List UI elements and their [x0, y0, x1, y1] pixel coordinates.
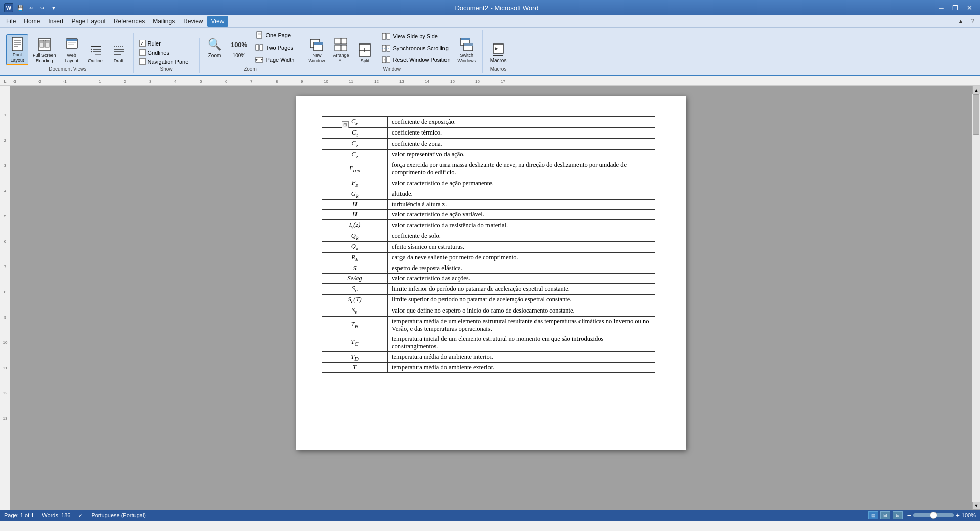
scrollbar-track[interactable]: [972, 94, 980, 502]
zoom-in-button[interactable]: +: [956, 511, 960, 519]
svg-text:10: 10: [3, 340, 8, 345]
split-button[interactable]: Split: [354, 40, 375, 65]
close-button[interactable]: ✕: [963, 3, 976, 13]
scrollbar-thumb[interactable]: [973, 94, 979, 135]
menu-home[interactable]: Home: [20, 16, 44, 27]
desc-cell: valor que define no espetro o início do …: [388, 305, 655, 317]
symbol-cell: T: [322, 363, 388, 373]
menu-view[interactable]: View: [207, 16, 229, 27]
two-pages-label: Two Pages: [266, 45, 293, 51]
draft-button[interactable]: Draft: [108, 40, 129, 65]
svg-text:6: 6: [4, 239, 7, 244]
zoom-slider-thumb[interactable]: [930, 512, 937, 519]
one-page-button[interactable]: One Page: [252, 30, 297, 41]
macros-button[interactable]: ▶ Macros: [487, 40, 509, 65]
menu-review[interactable]: Review: [179, 16, 207, 27]
document-table: Ce coeficiente de exposição. Ct coeficie…: [322, 116, 655, 373]
arrange-all-button[interactable]: ArrangeAll: [330, 35, 352, 65]
svg-text:·3: ·3: [13, 79, 16, 84]
symbol-cell: H: [322, 200, 388, 210]
qa-dropdown-button[interactable]: ▼: [49, 3, 59, 13]
ribbon-collapse-button[interactable]: ▲: [956, 16, 966, 26]
svg-rect-62: [10, 76, 980, 85]
two-pages-button[interactable]: Two Pages: [252, 42, 297, 53]
svg-text:16: 16: [475, 79, 480, 84]
full-screen-reading-button[interactable]: Full ScreenReading: [30, 35, 59, 65]
macros-group: ▶ Macros Macros: [483, 39, 513, 73]
svg-rect-39: [335, 38, 341, 44]
restore-button[interactable]: ❐: [949, 3, 962, 13]
print-layout-button[interactable]: PrintLayout: [6, 34, 28, 65]
scroll-down-button[interactable]: ▼: [972, 502, 980, 510]
table-row: Cz coeficiente de zona.: [322, 139, 655, 150]
desc-cell: valor característico da resistência do m…: [388, 220, 655, 231]
svg-marker-20: [91, 48, 92, 50]
symbol-cell: TD: [322, 351, 388, 363]
zoom-slider[interactable]: [913, 513, 954, 517]
menu-file[interactable]: File: [2, 16, 20, 27]
desc-cell: limite superior do período no patamar de…: [388, 294, 655, 305]
new-window-button[interactable]: NewWindow: [305, 35, 328, 65]
redo-button[interactable]: ↪: [37, 3, 48, 13]
title-bar-controls: ─ ❐ ✕: [934, 3, 976, 13]
zoom-out-button[interactable]: −: [907, 511, 911, 519]
svg-text:3: 3: [4, 163, 7, 168]
minimize-button[interactable]: ─: [934, 3, 948, 13]
web-layout-button[interactable]: WebLayout: [61, 35, 83, 65]
svg-text:13: 13: [3, 416, 8, 421]
symbol-cell: Se/ag: [322, 274, 388, 284]
table-row: S espetro de resposta elástica.: [322, 263, 655, 274]
web-layout-view-button[interactable]: ⊟: [893, 511, 903, 519]
svg-text:11: 11: [349, 79, 353, 84]
menu-mailings[interactable]: Mailings: [149, 16, 179, 27]
desc-cell: temperatura média do ambiente interior.: [388, 351, 655, 363]
macros-icon: ▶: [490, 41, 506, 58]
view-mode-buttons: ▤ ⊞ ⊟: [868, 511, 903, 519]
menu-page-layout[interactable]: Page Layout: [67, 16, 109, 27]
help-button[interactable]: ?: [968, 16, 978, 26]
svg-rect-55: [461, 38, 470, 40]
window-group: NewWindow ArrangeAll: [301, 30, 483, 73]
ruler-checkbox[interactable]: Ruler: [138, 39, 162, 47]
navigation-pane-checkbox[interactable]: Navigation Pane: [138, 58, 190, 65]
zoom-100-button[interactable]: 100% 100%: [228, 35, 250, 60]
switch-windows-button[interactable]: SwitchWindows: [455, 35, 479, 65]
desc-cell: altitude.: [388, 189, 655, 200]
table-row: Ce coeficiente de exposição.: [322, 117, 655, 128]
desc-cell: turbulência à altura z.: [388, 200, 655, 210]
table-row: TC temperatura inicial de um elemento es…: [322, 334, 655, 351]
zoom-level[interactable]: 100%: [962, 512, 976, 518]
language-indicator[interactable]: Portuguese (Portugal): [91, 512, 146, 518]
zoom-dialog-button[interactable]: 🔍 Zoom: [204, 35, 226, 60]
zoom-100-icon: 100%: [231, 36, 247, 53]
gridlines-checkbox[interactable]: Gridlines: [138, 49, 170, 56]
svg-rect-52: [387, 57, 390, 63]
print-layout-view-button[interactable]: ▤: [868, 511, 878, 519]
scroll-up-button[interactable]: ▲: [972, 86, 980, 94]
view-side-by-side-button[interactable]: View Side by Side: [379, 31, 453, 42]
zoom-group-label: Zoom: [244, 66, 257, 72]
save-button[interactable]: 💾: [15, 3, 25, 13]
title-bar-title: Document2 - Microsoft Word: [59, 4, 934, 12]
table-row: H turbulência à altura z.: [322, 200, 655, 210]
reset-window-position-button[interactable]: ↕ Reset Window Position: [379, 54, 453, 65]
symbol-cell: Rk: [322, 252, 388, 263]
svg-text:11: 11: [3, 366, 8, 370]
synchronous-scrolling-button[interactable]: Synchronous Scrolling: [379, 42, 453, 54]
outline-icon: [87, 42, 104, 58]
menu-insert[interactable]: Insert: [44, 16, 67, 27]
undo-button[interactable]: ↩: [26, 3, 36, 13]
menu-references[interactable]: References: [110, 16, 149, 27]
svg-rect-40: [341, 38, 347, 44]
outline-button[interactable]: Outline: [85, 40, 106, 65]
vertical-scrollbar[interactable]: ▲ ▼: [972, 86, 980, 510]
spell-check-icon[interactable]: ✓: [78, 512, 83, 519]
full-reading-view-button[interactable]: ⊞: [880, 511, 890, 519]
desc-cell: valor característico das acções.: [388, 274, 655, 284]
desc-cell: temperatura média do ambiente exterior.: [388, 363, 655, 373]
table-move-handle[interactable]: ⊞: [342, 121, 349, 128]
svg-rect-0: [12, 37, 22, 51]
page-width-button[interactable]: Page Width: [252, 54, 297, 65]
synchronous-scrolling-label: Synchronous Scrolling: [393, 45, 448, 51]
svg-text:4: 4: [174, 79, 177, 84]
